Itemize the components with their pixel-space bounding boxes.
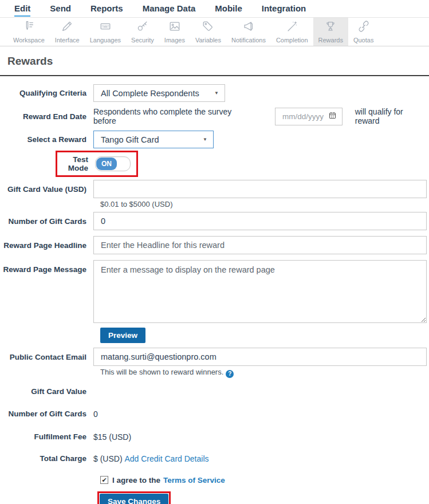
menu-edit[interactable]: Edit: [14, 3, 30, 17]
agree-text: I agree to the: [112, 476, 160, 485]
tab-label: Rewards: [318, 37, 343, 44]
tab-rewards[interactable]: Rewards: [313, 18, 348, 46]
variables-icon: [202, 20, 214, 35]
images-icon: [168, 20, 181, 35]
menu-manage-data[interactable]: Manage Data: [143, 3, 196, 15]
tab-label: Quotas: [353, 37, 373, 44]
date-placeholder: mm/dd/yyyy: [282, 112, 324, 121]
tab-interface[interactable]: Interface: [50, 18, 85, 46]
menu-mobile[interactable]: Mobile: [215, 3, 242, 15]
gift-card-value-label: Gift Card Value (USD): [0, 185, 93, 194]
chevron-down-icon: ▼: [214, 90, 219, 96]
save-annotation-box: Save Changes: [97, 491, 171, 504]
total-charge-amount: $ (USD): [93, 454, 123, 463]
add-credit-card-link[interactable]: Add Credit Card Details: [124, 454, 208, 463]
select-reward-value: Tango Gift Card: [101, 135, 159, 144]
gift-card-value-helper: $0.01 to $5000 (USD): [100, 200, 429, 208]
menu-reports[interactable]: Reports: [90, 3, 123, 15]
total-charge-label: Total Charge: [0, 454, 93, 463]
number-gift-cards-label: Number of Gift Cards: [0, 217, 93, 226]
settings-toolbar: Workspace Interface Languages Security I…: [0, 18, 429, 46]
save-changes-button[interactable]: Save Changes: [100, 494, 168, 504]
menu-integration[interactable]: Integration: [262, 3, 306, 15]
reward-headline-input[interactable]: [93, 236, 427, 254]
tab-quotas[interactable]: Quotas: [348, 18, 379, 46]
calendar-icon[interactable]: [328, 111, 337, 122]
tab-label: Interface: [55, 37, 80, 44]
tab-workspace[interactable]: Workspace: [8, 18, 50, 46]
terms-checkbox[interactable]: ✔: [100, 476, 108, 484]
interface-icon: [61, 20, 73, 35]
summary-number-gift-cards: 0: [93, 410, 427, 419]
preview-button[interactable]: Preview: [100, 328, 145, 343]
tab-variables[interactable]: Variables: [190, 18, 226, 46]
test-mode-annotation-box: Test Mode ON: [56, 151, 138, 177]
workspace-icon: [22, 20, 35, 35]
number-gift-cards-input[interactable]: [93, 212, 427, 230]
gift-card-value-input[interactable]: [93, 180, 427, 198]
summary-gift-card-value-label: Gift Card Value: [0, 387, 93, 396]
reward-headline-label: Reward Page Headline: [0, 241, 93, 250]
qualifying-criteria-value: All Complete Respondents: [101, 89, 199, 98]
reward-message-label: Reward Page Message: [0, 260, 93, 274]
tab-notifications[interactable]: Notifications: [226, 18, 271, 46]
fulfilment-fee-label: Fulfilment Fee: [0, 432, 93, 441]
rewards-icon: [324, 20, 337, 35]
reward-end-date-suffix: will qualify for reward: [355, 107, 427, 125]
select-reward-label: Select a Reward: [0, 135, 93, 144]
reward-end-date-prefix: Respondents who complete the survey befo…: [93, 107, 250, 125]
contact-email-helper-text: This will be shown to reward winners.: [100, 368, 223, 376]
contact-email-label: Public Contact Email: [0, 353, 93, 361]
tab-label: Images: [164, 37, 185, 44]
page-title: Rewards: [7, 55, 429, 68]
tab-label: Security: [131, 37, 154, 44]
notifications-icon: [242, 20, 255, 35]
question-circle-icon[interactable]: ?: [226, 370, 234, 378]
tab-label: Variables: [195, 37, 221, 44]
reward-end-date-label: Reward End Date: [0, 112, 93, 121]
contact-email-input[interactable]: [93, 348, 427, 366]
top-menu-bar: Edit Send Reports Manage Data Mobile Int…: [0, 0, 429, 18]
tab-label: Workspace: [13, 37, 45, 44]
toggle-on-label: ON: [96, 158, 117, 170]
tab-security[interactable]: Security: [126, 18, 159, 46]
reward-message-textarea[interactable]: [93, 260, 427, 323]
total-charge-value: $ (USD) Add Credit Card Details: [93, 454, 427, 463]
tab-label: Completion: [276, 37, 308, 44]
fulfilment-fee-value: $15 (USD): [93, 432, 427, 442]
tab-label: Languages: [90, 37, 121, 44]
rewards-form: Qualifying Criteria All Complete Respond…: [0, 76, 429, 504]
select-reward-select[interactable]: Tango Gift Card ▼: [93, 131, 214, 148]
terms-of-service-link[interactable]: Terms of Service: [163, 476, 225, 485]
reward-end-date-input[interactable]: mm/dd/yyyy: [275, 108, 343, 125]
tab-images[interactable]: Images: [159, 18, 190, 46]
qualifying-criteria-select[interactable]: All Complete Respondents ▼: [93, 84, 225, 102]
qualifying-criteria-label: Qualifying Criteria: [0, 89, 93, 97]
completion-icon: [286, 20, 298, 35]
contact-email-helper: This will be shown to reward winners.?: [100, 368, 429, 378]
menu-send[interactable]: Send: [50, 3, 71, 15]
tab-completion[interactable]: Completion: [271, 18, 313, 46]
languages-icon: [99, 20, 112, 35]
summary-number-gift-cards-label: Number of Gift Cards: [0, 410, 93, 418]
tab-languages[interactable]: Languages: [85, 18, 126, 46]
test-mode-toggle[interactable]: ON: [95, 156, 131, 171]
test-mode-label: Test Mode: [62, 155, 95, 172]
tab-label: Notifications: [231, 37, 266, 44]
chevron-down-icon: ▼: [203, 137, 207, 142]
security-icon: [136, 20, 149, 35]
quotas-icon: [357, 20, 370, 35]
